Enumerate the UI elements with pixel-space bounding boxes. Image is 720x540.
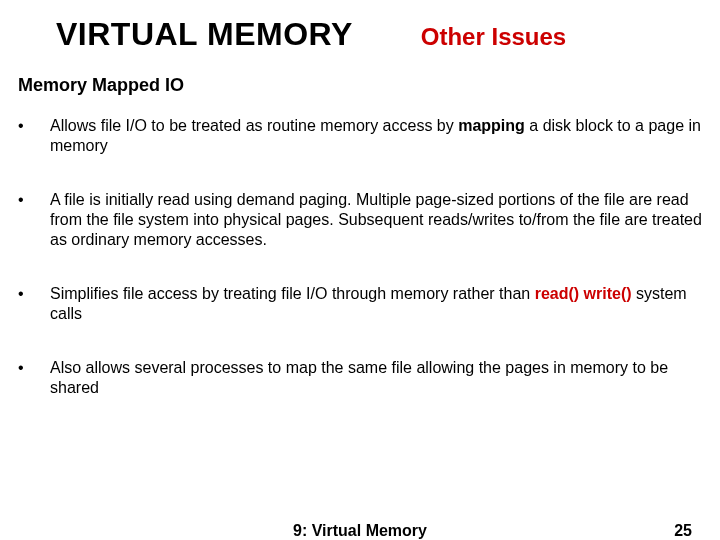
bullet-marker: • [18,190,50,250]
bullet-marker: • [18,116,50,156]
slide-subtitle: Other Issues [421,23,566,51]
text-bold: mapping [458,117,525,134]
bullet-marker: • [18,358,50,398]
section-heading: Memory Mapped IO [18,75,702,96]
bullet-text: A file is initially read using demand pa… [50,190,702,250]
bullet-item: • Simplifies file access by treating fil… [18,284,702,324]
text-run: Allows file I/O to be treated as routine… [50,117,458,134]
bullet-text: Also allows several processes to map the… [50,358,702,398]
text-run: Simplifies file access by treating file … [50,285,535,302]
text-code: read() write() [535,285,632,302]
bullet-text: Simplifies file access by treating file … [50,284,702,324]
bullet-item: • Also allows several processes to map t… [18,358,702,398]
bullet-text: Allows file I/O to be treated as routine… [50,116,702,156]
bullet-item: • Allows file I/O to be treated as routi… [18,116,702,156]
footer-page-number: 25 [674,522,692,540]
bullet-marker: • [18,284,50,324]
slide: VIRTUAL MEMORY Other Issues Memory Mappe… [0,0,720,540]
slide-header: VIRTUAL MEMORY Other Issues [18,16,702,53]
bullet-item: • A file is initially read using demand … [18,190,702,250]
slide-title: VIRTUAL MEMORY [56,16,353,53]
footer-title: 9: Virtual Memory [0,522,720,540]
bullet-list: • Allows file I/O to be treated as routi… [18,116,702,398]
